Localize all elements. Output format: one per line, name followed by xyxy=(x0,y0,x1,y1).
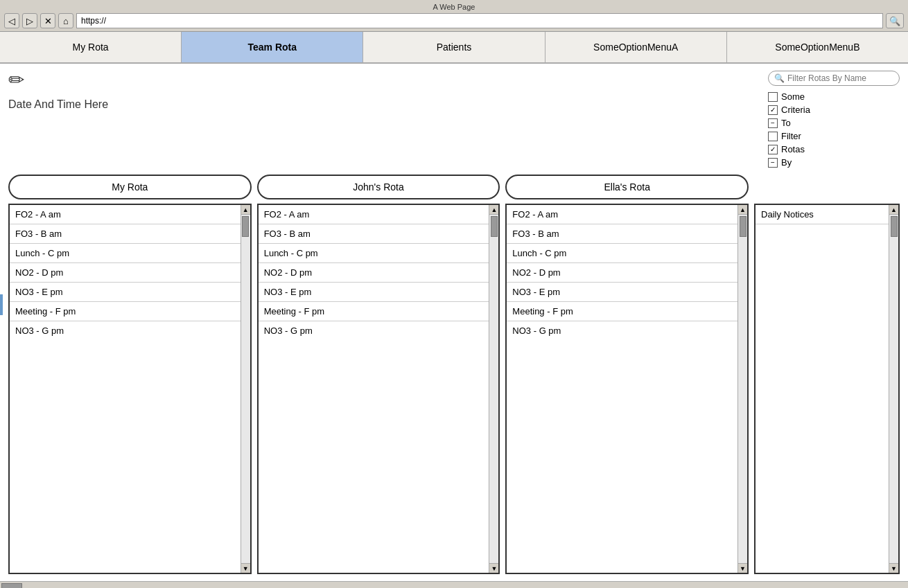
nav-tab-patients[interactable]: Patients xyxy=(363,32,545,62)
rota-column-johns-rota: John's Rota▲▼FO2 - A amFO3 - B amLunch -… xyxy=(257,175,500,574)
checkbox-some[interactable] xyxy=(768,92,778,102)
left-edge-indicator xyxy=(0,294,3,315)
nav-tab-team-rota[interactable]: Team Rota xyxy=(182,32,363,62)
list-item[interactable]: Meeting - F pm xyxy=(507,302,737,321)
filter-item-criteria[interactable]: ✓Criteria xyxy=(768,105,900,115)
edit-icon[interactable]: ✏ xyxy=(8,71,108,90)
rota-list-container-ellas-rota: ▲▼FO2 - A amFO3 - B amLunch - C pmNO2 - … xyxy=(505,204,749,574)
rotas-area: My Rota▲▼FO2 - A amFO3 - B amLunch - C p… xyxy=(8,175,900,574)
url-bar[interactable] xyxy=(76,13,883,28)
checkbox-criteria[interactable]: ✓ xyxy=(768,105,778,115)
scroll-track-ellas-rota[interactable]: ▲▼ xyxy=(737,205,747,573)
search-icon: 🔍 xyxy=(774,73,785,83)
list-item[interactable]: NO3 - G pm xyxy=(507,321,737,340)
filter-item-by[interactable]: −By xyxy=(768,157,900,168)
list-item[interactable]: NO3 - E pm xyxy=(259,283,489,302)
daily-notices-title: Daily Notices xyxy=(756,205,898,224)
list-item[interactable]: NO3 - E pm xyxy=(10,283,241,302)
scroll-track-notices[interactable]: ▲▼ xyxy=(889,205,898,573)
scroll-track-johns-rota[interactable]: ▲▼ xyxy=(489,205,498,573)
rota-header-btn-my-rota[interactable]: My Rota xyxy=(8,175,252,199)
forward-button[interactable]: ▷ xyxy=(22,13,37,28)
rota-list-johns-rota: FO2 - A amFO3 - B amLunch - C pmNO2 - D … xyxy=(259,205,489,573)
bottom-scroll-thumb[interactable] xyxy=(1,583,22,589)
scroll-track-my-rota[interactable]: ▲▼ xyxy=(241,205,250,573)
list-item[interactable]: Meeting - F pm xyxy=(259,302,489,321)
scroll-down-ellas-rota[interactable]: ▼ xyxy=(738,563,747,573)
filter-label-some: Some xyxy=(781,91,805,102)
nav-tab-some-option-menu-a[interactable]: SomeOptionMenuA xyxy=(545,32,727,62)
date-time-label: Date And Time Here xyxy=(8,98,108,111)
bottom-scrollbar[interactable] xyxy=(0,581,908,588)
scroll-down-notices[interactable]: ▼ xyxy=(889,563,898,573)
browser-title: A Web Page xyxy=(4,3,904,11)
scroll-down-my-rota[interactable]: ▼ xyxy=(241,563,250,573)
top-bar: ✏ Date And Time Here 🔍Some✓Criteria−ToFi… xyxy=(8,71,900,168)
browser-chrome: A Web Page ◁ ▷ ✕ ⌂ 🔍 xyxy=(0,0,908,32)
list-item[interactable]: NO3 - E pm xyxy=(507,283,737,302)
nav-tab-some-option-menu-b[interactable]: SomeOptionMenuB xyxy=(727,32,908,62)
list-item[interactable]: FO3 - B am xyxy=(259,224,489,244)
daily-notices-container: Daily Notices▲▼ xyxy=(754,204,900,574)
rota-list-my-rota: FO2 - A amFO3 - B amLunch - C pmNO2 - D … xyxy=(10,205,241,573)
list-item[interactable]: Lunch - C pm xyxy=(10,244,241,263)
rota-column-ellas-rota: Ella's Rota▲▼FO2 - A amFO3 - B amLunch -… xyxy=(505,175,749,574)
close-button[interactable]: ✕ xyxy=(40,13,55,28)
checkbox-by[interactable]: − xyxy=(768,158,778,168)
scroll-up-my-rota[interactable]: ▲ xyxy=(241,205,250,215)
list-item[interactable]: Lunch - C pm xyxy=(259,244,489,263)
list-item[interactable]: Meeting - F pm xyxy=(10,302,241,321)
scroll-up-ellas-rota[interactable]: ▲ xyxy=(738,205,747,215)
list-item[interactable]: NO2 - D pm xyxy=(10,263,241,283)
rota-header-btn-ellas-rota[interactable]: Ella's Rota xyxy=(505,175,749,199)
filter-item-some[interactable]: Some xyxy=(768,91,900,102)
filter-label-rotas: Rotas xyxy=(781,144,805,154)
list-item[interactable]: FO2 - A am xyxy=(10,205,241,224)
filter-item-filter[interactable]: Filter xyxy=(768,131,900,141)
daily-notices-column: Daily Notices▲▼ xyxy=(754,175,900,574)
checkbox-to[interactable]: − xyxy=(768,118,778,128)
filter-item-to[interactable]: −To xyxy=(768,118,900,128)
scroll-thumb-johns-rota[interactable] xyxy=(491,216,498,237)
filter-label-criteria: Criteria xyxy=(781,105,810,115)
scroll-up-notices[interactable]: ▲ xyxy=(889,205,898,215)
filter-label-to: To xyxy=(781,118,791,128)
rota-list-container-my-rota: ▲▼FO2 - A amFO3 - B amLunch - C pmNO2 - … xyxy=(8,204,252,574)
filter-panel: 🔍Some✓Criteria−ToFilter✓Rotas−By xyxy=(768,71,900,168)
filter-label-by: By xyxy=(781,157,792,168)
scroll-up-johns-rota[interactable]: ▲ xyxy=(489,205,498,215)
filter-input[interactable] xyxy=(787,73,884,83)
scroll-thumb-ellas-rota[interactable] xyxy=(740,216,747,237)
list-item[interactable]: Lunch - C pm xyxy=(507,244,737,263)
filter-search[interactable]: 🔍 xyxy=(768,71,900,86)
nav-tabs: My RotaTeam RotaPatientsSomeOptionMenuAS… xyxy=(0,32,908,64)
list-item[interactable]: NO3 - G pm xyxy=(259,321,489,340)
list-item[interactable]: NO2 - D pm xyxy=(259,263,489,283)
notices-spacer xyxy=(754,175,900,204)
filter-label-filter: Filter xyxy=(781,131,801,141)
rota-header-btn-johns-rota[interactable]: John's Rota xyxy=(257,175,500,199)
list-item[interactable]: FO2 - A am xyxy=(507,205,737,224)
rota-column-my-rota: My Rota▲▼FO2 - A amFO3 - B amLunch - C p… xyxy=(8,175,252,574)
left-section: ✏ Date And Time Here xyxy=(8,71,108,111)
home-button[interactable]: ⌂ xyxy=(58,13,73,28)
scroll-down-johns-rota[interactable]: ▼ xyxy=(489,563,498,573)
list-item[interactable]: NO2 - D pm xyxy=(507,263,737,283)
list-item[interactable]: FO3 - B am xyxy=(507,224,737,244)
back-button[interactable]: ◁ xyxy=(4,13,19,28)
filter-item-rotas[interactable]: ✓Rotas xyxy=(768,144,900,154)
checkbox-filter[interactable] xyxy=(768,132,778,141)
list-item[interactable]: FO3 - B am xyxy=(10,224,241,244)
list-item[interactable]: FO2 - A am xyxy=(259,205,489,224)
list-item[interactable]: NO3 - G pm xyxy=(10,321,241,340)
search-button[interactable]: 🔍 xyxy=(886,13,904,28)
checkbox-rotas[interactable]: ✓ xyxy=(768,145,778,154)
rota-list-ellas-rota: FO2 - A amFO3 - B amLunch - C pmNO2 - D … xyxy=(507,205,737,573)
nav-tab-my-rota[interactable]: My Rota xyxy=(0,32,182,62)
browser-toolbar: ◁ ▷ ✕ ⌂ 🔍 xyxy=(4,13,904,28)
scroll-thumb-my-rota[interactable] xyxy=(242,216,249,237)
main-content: ✏ Date And Time Here 🔍Some✓Criteria−ToFi… xyxy=(0,64,908,581)
rota-list-container-johns-rota: ▲▼FO2 - A amFO3 - B amLunch - C pmNO2 - … xyxy=(257,204,500,574)
scroll-thumb-notices[interactable] xyxy=(891,216,898,237)
